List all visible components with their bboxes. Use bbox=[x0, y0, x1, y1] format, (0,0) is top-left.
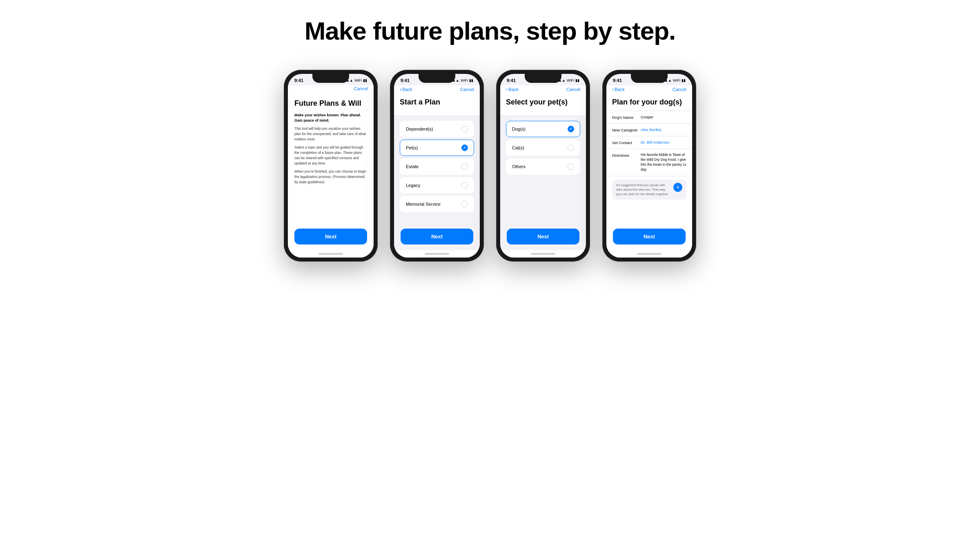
status-icons-4: ▲▲▲ WiFi ▮▮ bbox=[661, 78, 686, 82]
screen-2-content: Start a Plan Dependent(s) Pet(s) E bbox=[394, 95, 480, 258]
dog-field-name: Dog's Name Cooper bbox=[606, 111, 692, 124]
status-time-1: 9:41 bbox=[294, 78, 303, 83]
next-button-2[interactable]: Next bbox=[401, 229, 473, 244]
battery-icon: ▮▮ bbox=[682, 78, 686, 82]
dog-field-caregiver: New Caregiver Alex Bartley bbox=[606, 124, 692, 136]
screen1-title: Future Plans & Will bbox=[294, 99, 367, 108]
phone-3: 9:41 ▲▲▲ WiFi ▮▮ ‹ Back Cancel Select yo… bbox=[496, 70, 590, 262]
screen1-para2: Select a topic and you will be guided th… bbox=[294, 145, 367, 166]
pet-item-others[interactable]: Others bbox=[506, 158, 580, 175]
status-bar-4: 9:41 ▲▲▲ WiFi ▮▮ bbox=[606, 74, 692, 85]
status-time-3: 9:41 bbox=[507, 78, 516, 83]
radio-legacy bbox=[461, 182, 468, 189]
signal-icon: ▲▲▲ bbox=[342, 78, 353, 82]
back-button-2[interactable]: ‹ Back bbox=[400, 86, 412, 92]
nav-bar-3: ‹ Back Cancel bbox=[500, 85, 586, 95]
plan-item-estate[interactable]: Estate bbox=[400, 158, 474, 175]
plus-button[interactable]: + bbox=[673, 183, 682, 192]
caregiver-link[interactable]: Alex Bartley bbox=[641, 127, 686, 132]
chevron-icon: ‹ bbox=[612, 86, 614, 92]
cancel-button-2[interactable]: Cancel bbox=[460, 87, 474, 92]
cancel-button-3[interactable]: Cancel bbox=[566, 87, 580, 92]
screen-4-content: Plan for your dog(s) Dog's Name Cooper N… bbox=[606, 95, 692, 258]
battery-icon: ▮▮ bbox=[469, 78, 473, 82]
screen-3-content: Select your pet(s) Dog(s) Cat(s) O bbox=[500, 95, 586, 258]
dog-field-directives: Directives His favorite kibble is Taste … bbox=[606, 149, 692, 176]
plan-item-dependents[interactable]: Dependent(s) bbox=[400, 121, 474, 137]
radio-cats bbox=[568, 144, 574, 151]
radio-others bbox=[568, 163, 574, 170]
nav-bar-1: Cancel bbox=[288, 85, 374, 93]
pet-item-dogs[interactable]: Dog(s) bbox=[506, 121, 580, 137]
status-bar-3: 9:41 ▲▲▲ WiFi ▮▮ bbox=[500, 74, 586, 85]
cancel-button-4[interactable]: Cancel bbox=[673, 87, 686, 92]
back-button-4[interactable]: ‹ Back bbox=[612, 86, 625, 92]
chevron-icon: ‹ bbox=[506, 86, 508, 92]
status-icons-3: ▲▲▲ WiFi ▮▮ bbox=[555, 78, 579, 82]
screen4-title: Plan for your dog(s) bbox=[606, 95, 692, 111]
screen3-title: Select your pet(s) bbox=[506, 98, 580, 107]
wifi-icon: WiFi bbox=[567, 78, 574, 82]
chevron-icon: ‹ bbox=[400, 86, 401, 92]
plan-item-legacy[interactable]: Legacy bbox=[400, 177, 474, 193]
status-bar-1: 9:41 ▲▲▲ WiFi ▮▮ bbox=[288, 74, 374, 85]
wifi-icon: WiFi bbox=[354, 78, 362, 82]
plan-item-memorial[interactable]: Memorial Service bbox=[400, 196, 474, 212]
radio-estate bbox=[461, 163, 468, 170]
home-indicator-2 bbox=[394, 250, 480, 258]
pet-item-cats[interactable]: Cat(s) bbox=[506, 140, 580, 156]
back-button-3[interactable]: ‹ Back bbox=[506, 86, 519, 92]
next-button-1[interactable]: Next bbox=[294, 229, 367, 244]
home-indicator-1 bbox=[288, 250, 374, 258]
status-time-2: 9:41 bbox=[401, 78, 410, 83]
battery-icon: ▮▮ bbox=[575, 78, 579, 82]
nav-bar-2: ‹ Back Cancel bbox=[394, 85, 480, 95]
plan-list: Dependent(s) Pet(s) Estate Legacy bbox=[400, 121, 474, 212]
radio-dogs bbox=[568, 126, 574, 132]
vet-link[interactable]: Dr. Bill Anderson bbox=[641, 140, 686, 144]
status-icons-2: ▲▲▲ WiFi ▮▮ bbox=[448, 78, 473, 82]
screen-1-content: Future Plans & Will Make your wishes kno… bbox=[288, 93, 374, 258]
next-button-4[interactable]: Next bbox=[613, 229, 686, 244]
screen1-bold: Make your wishes known. Plan ahead. Gain… bbox=[294, 113, 367, 123]
wifi-icon: WiFi bbox=[461, 78, 468, 82]
radio-pets bbox=[461, 144, 468, 151]
phone-1: 9:41 ▲▲▲ WiFi ▮▮ Cancel Future Plans & W… bbox=[284, 70, 378, 262]
signal-icon: ▲▲▲ bbox=[448, 78, 459, 82]
phone-4: 9:41 ▲▲▲ WiFi ▮▮ ‹ Back Cancel Plan for … bbox=[602, 70, 696, 262]
radio-memorial bbox=[461, 201, 468, 207]
phones-row: 9:41 ▲▲▲ WiFi ▮▮ Cancel Future Plans & W… bbox=[284, 70, 696, 262]
suggestion-box: It's suggested that you speak with Alex … bbox=[612, 180, 686, 200]
cancel-button-1[interactable]: Cancel bbox=[354, 86, 368, 91]
screen2-title: Start a Plan bbox=[400, 98, 474, 107]
next-button-3[interactable]: Next bbox=[507, 229, 579, 244]
wifi-icon: WiFi bbox=[673, 78, 680, 82]
screen1-para1: This tool will help you vocalize your wi… bbox=[294, 126, 367, 142]
radio-dependents bbox=[461, 126, 468, 132]
page-title: Make future plans, step by step. bbox=[305, 16, 676, 45]
nav-bar-4: ‹ Back Cancel bbox=[606, 85, 692, 95]
plan-item-pets[interactable]: Pet(s) bbox=[400, 140, 474, 156]
home-indicator-4 bbox=[606, 250, 692, 258]
battery-icon: ▮▮ bbox=[363, 78, 367, 82]
signal-icon: ▲▲▲ bbox=[661, 78, 672, 82]
status-bar-2: 9:41 ▲▲▲ WiFi ▮▮ bbox=[394, 74, 480, 85]
home-indicator-3 bbox=[500, 250, 586, 258]
screen1-para3: When you're finished, you can choose to … bbox=[294, 169, 367, 184]
pet-list: Dog(s) Cat(s) Others bbox=[506, 121, 580, 175]
signal-icon: ▲▲▲ bbox=[555, 78, 566, 82]
phone-2: 9:41 ▲▲▲ WiFi ▮▮ ‹ Back Cancel Start a P… bbox=[390, 70, 484, 262]
status-time-4: 9:41 bbox=[613, 78, 622, 83]
status-icons-1: ▲▲▲ WiFi ▮▮ bbox=[342, 78, 367, 82]
dog-field-vet: Vet Contact Dr. Bill Anderson bbox=[606, 136, 692, 149]
